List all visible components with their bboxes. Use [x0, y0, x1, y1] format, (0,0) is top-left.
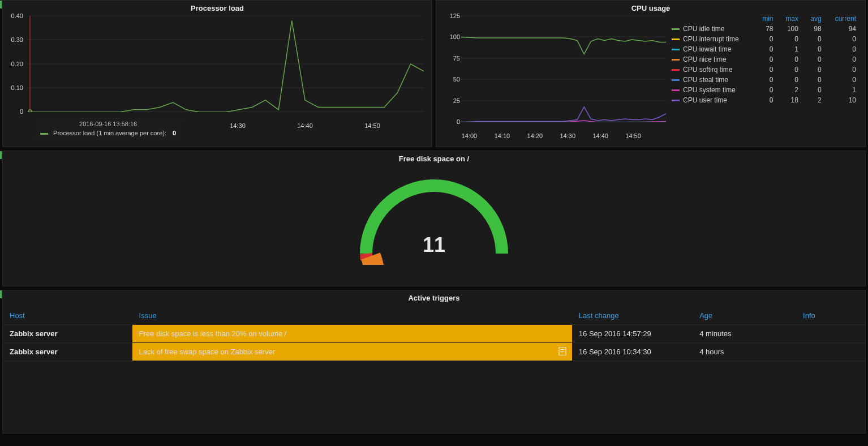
- cpu-usage-chart[interactable]: [461, 16, 666, 122]
- col-age[interactable]: Age: [693, 307, 796, 325]
- legend-avg: 0: [803, 85, 826, 95]
- legend-min: 0: [755, 65, 778, 75]
- active-triggers-title: Active triggers: [3, 290, 865, 303]
- processor-load-chart[interactable]: [28, 16, 424, 112]
- trigger-issue[interactable]: Lack of free swap space on Zabbix server: [132, 343, 572, 361]
- processor-load-tooltip: 2016-09-16 13:58:16 Processor load (1 mi…: [35, 117, 182, 140]
- cpu-legend-row[interactable]: CPU iowait time0100: [667, 44, 861, 54]
- cpu-usage-title: CPU usage: [436, 1, 865, 14]
- tooltip-series-label: Processor load (1 min average per core):: [53, 130, 166, 136]
- col-last-change[interactable]: Last change: [572, 307, 693, 325]
- legend-avg: 98: [803, 24, 826, 34]
- legend-swatch: [672, 38, 680, 40]
- legend-series-name: CPU softirq time: [683, 66, 732, 74]
- legend-min: 0: [755, 85, 778, 95]
- legend-series-name: CPU interrupt time: [683, 35, 739, 43]
- legend-swatch: [672, 100, 680, 101]
- legend-avg: 0: [803, 44, 826, 54]
- legend-min: 0: [755, 75, 778, 85]
- cpu-usage-panel: CPU usage: [436, 0, 866, 147]
- trigger-last-change: 16 Sep 2016 10:34:30: [572, 343, 693, 361]
- processor-load-panel: Processor load 0.40 0.30: [2, 0, 432, 147]
- legend-avg: 0: [803, 54, 826, 65]
- legend-max: 18: [778, 95, 803, 105]
- legend-series-name: CPU system time: [683, 86, 736, 94]
- trigger-age: 4 hours: [693, 343, 796, 361]
- legend-min: 0: [755, 95, 778, 105]
- legend-swatch: [672, 69, 680, 71]
- tooltip-timestamp: 2016-09-16 13:58:16: [40, 121, 176, 127]
- trigger-row[interactable]: Zabbix serverFree disk space is less tha…: [3, 325, 865, 343]
- legend-swatch: [672, 28, 680, 30]
- legend-min: 0: [755, 44, 778, 54]
- disk-gauge-title: Free disk space on /: [3, 151, 865, 164]
- col-issue[interactable]: Issue: [132, 307, 572, 325]
- trigger-host: Zabbix server: [3, 325, 132, 343]
- legend-avg: 2: [803, 95, 826, 105]
- legend-min: 0: [755, 54, 778, 65]
- legend-current: 0: [826, 44, 861, 54]
- trigger-issue[interactable]: Free disk space is less than 20% on volu…: [132, 325, 572, 343]
- active-triggers-panel: Active triggers Host Issue Last change A…: [2, 290, 866, 434]
- cpu-legend-row[interactable]: CPU system time0201: [667, 85, 861, 95]
- processor-load-title: Processor load: [3, 1, 432, 14]
- col-host[interactable]: Host: [3, 307, 132, 325]
- legend-min: 0: [755, 34, 778, 44]
- cpu-legend-row[interactable]: CPU steal time0000: [667, 75, 861, 85]
- legend-swatch: [672, 49, 680, 50]
- cpu-legend-row[interactable]: CPU softirq time0000: [667, 65, 861, 75]
- legend-current: 94: [826, 24, 861, 34]
- trigger-info: [796, 325, 865, 343]
- legend-series-name: CPU idle time: [683, 25, 724, 33]
- cpu-legend-table: min max avg current CPU idle time7810098…: [667, 14, 861, 105]
- legend-series-name: CPU nice time: [683, 55, 727, 63]
- legend-series-name: CPU iowait time: [683, 45, 731, 53]
- col-info[interactable]: Info: [796, 307, 865, 325]
- trigger-row[interactable]: Zabbix serverLack of free swap space on …: [3, 343, 865, 361]
- legend-max: 1: [778, 44, 803, 54]
- cpu-legend-row[interactable]: CPU user time018210: [667, 95, 861, 105]
- legend-swatch: [672, 89, 680, 91]
- legend-series-name: CPU steal time: [683, 76, 728, 84]
- legend-max: 0: [778, 54, 803, 65]
- tooltip-series-value: 0: [173, 130, 176, 136]
- active-triggers-table: Host Issue Last change Age Info Zabbix s…: [3, 307, 865, 361]
- cpu-usage-legend: min max avg current CPU idle time7810098…: [667, 14, 861, 122]
- legend-current: 0: [826, 34, 861, 44]
- legend-swatch: [672, 59, 680, 61]
- legend-swatch: [672, 79, 680, 81]
- disk-gauge-panel: Free disk space on / 11: [2, 151, 866, 286]
- cpu-legend-row[interactable]: CPU nice time0000: [667, 54, 861, 65]
- legend-avg: 0: [803, 75, 826, 85]
- legend-avg: 0: [803, 34, 826, 44]
- legend-current: 1: [826, 85, 861, 95]
- tooltip-swatch: [40, 133, 48, 135]
- cpu-legend-row[interactable]: CPU idle time781009894: [667, 24, 861, 34]
- trigger-info: [796, 343, 865, 361]
- legend-current: 10: [826, 95, 861, 105]
- cpu-legend-row[interactable]: CPU interrupt time0000: [667, 34, 861, 44]
- legend-current: 0: [826, 65, 861, 75]
- trigger-age: 4 minutes: [693, 325, 796, 343]
- legend-max: 2: [778, 85, 803, 95]
- description-icon[interactable]: [558, 346, 566, 357]
- legend-current: 0: [826, 75, 861, 85]
- legend-current: 0: [826, 54, 861, 65]
- legend-max: 0: [778, 34, 803, 44]
- trigger-host: Zabbix server: [3, 343, 132, 361]
- legend-series-name: CPU user time: [683, 96, 727, 104]
- legend-min: 78: [755, 24, 778, 34]
- disk-gauge-value: 11: [423, 233, 445, 257]
- legend-avg: 0: [803, 65, 826, 75]
- legend-max: 0: [778, 65, 803, 75]
- trigger-last-change: 16 Sep 2016 14:57:29: [572, 325, 693, 343]
- legend-max: 0: [778, 75, 803, 85]
- legend-max: 100: [778, 24, 803, 34]
